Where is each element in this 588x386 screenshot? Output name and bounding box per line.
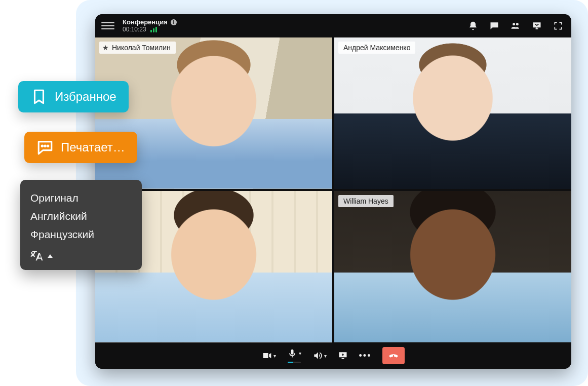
chevron-up-icon bbox=[48, 254, 53, 258]
video-tile[interactable]: Андрей Максименко bbox=[334, 37, 571, 189]
video-grid: ★ Николай Томилин Андрей Максименко ood … bbox=[95, 37, 571, 342]
language-option[interactable]: Французский bbox=[30, 225, 132, 244]
topbar: Конференция i 00:10:23 bbox=[95, 14, 571, 37]
call-timer: 00:10:23 bbox=[123, 26, 146, 33]
language-option[interactable]: Английский bbox=[30, 207, 132, 225]
participant-name: William Hayes bbox=[343, 197, 388, 205]
participant-name: Николай Томилин bbox=[112, 44, 171, 52]
translate-icon bbox=[30, 249, 45, 263]
svg-point-2 bbox=[47, 145, 49, 147]
conference-title: Конференция bbox=[123, 19, 168, 26]
bottombar: ▾ ▾ ▾ ••• bbox=[95, 342, 571, 369]
favorites-label: Избранное bbox=[55, 90, 116, 104]
typing-label: Печатает… bbox=[61, 140, 125, 155]
translate-toggle[interactable] bbox=[30, 249, 132, 263]
video-tile[interactable]: William Hayes bbox=[334, 191, 571, 342]
microphone-toggle[interactable]: ▾ bbox=[287, 349, 301, 363]
present-icon[interactable] bbox=[532, 21, 542, 31]
menu-button[interactable] bbox=[101, 19, 114, 32]
favorites-callout[interactable]: Избранное bbox=[18, 81, 129, 112]
chat-icon[interactable] bbox=[489, 21, 499, 31]
video-tile[interactable]: ★ Николай Томилин bbox=[95, 37, 332, 189]
participant-name-tag: Андрей Максименко bbox=[338, 42, 415, 54]
mic-level-meter bbox=[288, 362, 301, 363]
title-block: Конференция i 00:10:23 bbox=[123, 19, 177, 33]
share-screen-button[interactable] bbox=[338, 351, 348, 361]
conference-window: Конференция i 00:10:23 ★ Николай Томилин bbox=[95, 14, 571, 369]
info-icon[interactable]: i bbox=[171, 19, 177, 25]
participant-name-tag: William Hayes bbox=[338, 195, 394, 207]
typing-icon bbox=[36, 139, 54, 156]
participant-video bbox=[95, 37, 332, 189]
participant-name-tag: ★ Николай Томилин bbox=[99, 42, 176, 54]
signal-icon bbox=[150, 27, 157, 32]
notifications-icon[interactable] bbox=[468, 21, 478, 31]
svg-point-1 bbox=[44, 145, 46, 147]
camera-toggle[interactable]: ▾ bbox=[262, 351, 276, 361]
language-panel: Оригинал Английский Французский bbox=[20, 180, 142, 270]
language-option[interactable]: Оригинал bbox=[30, 189, 132, 207]
participant-name: Андрей Максименко bbox=[343, 44, 410, 52]
fullscreen-icon[interactable] bbox=[553, 21, 563, 31]
topbar-actions bbox=[468, 21, 565, 31]
hangup-button[interactable] bbox=[382, 347, 405, 364]
bookmark-icon bbox=[30, 88, 48, 105]
speaker-toggle[interactable]: ▾ bbox=[312, 351, 327, 361]
typing-callout[interactable]: Печатает… bbox=[24, 132, 137, 163]
host-star-icon: ★ bbox=[102, 44, 109, 52]
svg-point-0 bbox=[41, 145, 43, 147]
participant-video bbox=[334, 191, 571, 342]
participant-video bbox=[334, 37, 571, 189]
participants-icon[interactable] bbox=[511, 21, 521, 31]
